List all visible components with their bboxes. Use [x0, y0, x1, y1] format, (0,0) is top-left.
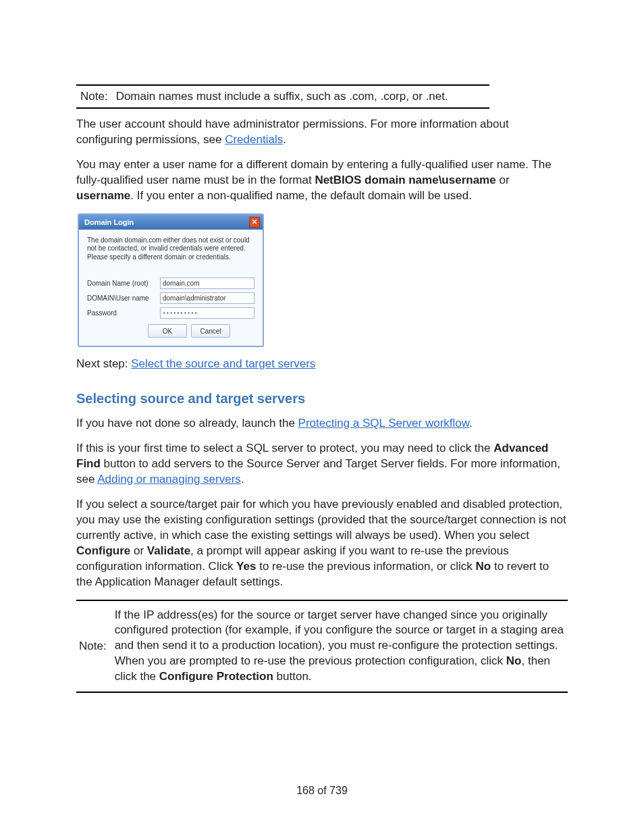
paragraph-advanced-find: If this is your first time to select a S… [76, 441, 568, 488]
note-body: If the IP address(es) for the source or … [115, 608, 568, 685]
page-number: 168 of 739 [0, 785, 644, 797]
close-icon[interactable]: ✕ [249, 217, 260, 228]
row-user: DOMAIN\User name domain\administrator [87, 292, 254, 304]
note-box-ip-change: Note: If the IP address(es) for the sour… [76, 600, 568, 694]
note-label: Note: [76, 640, 107, 653]
row-domain: Domain Name (root) domain.com [87, 278, 254, 289]
link-workflow[interactable]: Protecting a SQL Server workflow [298, 417, 470, 429]
heading-selecting-servers: Selecting source and target servers [76, 391, 568, 407]
paragraph-launch-workflow: If you have not done so already, launch … [76, 416, 568, 432]
dialog-titlebar: Domain Login ✕ [79, 215, 263, 230]
label-password: Password [87, 309, 156, 317]
dialog-title-text: Domain Login [84, 218, 134, 226]
link-managing-servers[interactable]: Adding or managing servers [97, 473, 241, 486]
dialog-body: The domain domain.com either does not ex… [79, 230, 263, 346]
row-password: Password •••••••••• [87, 307, 254, 319]
next-step: Next step: Select the source and target … [76, 357, 568, 372]
cancel-button[interactable]: Cancel [191, 324, 230, 338]
dialog-message: The domain domain.com either does not ex… [87, 236, 254, 262]
bold-username: username [76, 189, 130, 202]
link-next-step[interactable]: Select the source and target servers [131, 357, 315, 370]
label-user: DOMAIN\User name [87, 294, 156, 302]
note-box-domain-suffix: Note: Domain names must include a suffix… [76, 84, 489, 109]
paragraph-reuse-config: If you select a source/target pair for w… [76, 497, 568, 590]
dialog-buttons: OK Cancel [87, 324, 254, 338]
ok-button[interactable]: OK [148, 324, 187, 338]
paragraph-username-format: You may enter a user name for a differen… [76, 157, 568, 204]
document-page: Note: Domain names must include a suffix… [0, 0, 644, 834]
domain-login-dialog: Domain Login ✕ The domain domain.com eit… [78, 213, 264, 348]
input-domain[interactable]: domain.com [160, 278, 254, 289]
bold-netbios: NetBIOS domain name\username [315, 174, 495, 186]
note-text: Domain names must include a suffix, such… [116, 90, 448, 103]
link-credentials[interactable]: Credentials [225, 133, 283, 146]
input-user[interactable]: domain\administrator [160, 292, 254, 304]
input-password[interactable]: •••••••••• [160, 307, 254, 319]
label-domain: Domain Name (root) [87, 280, 156, 287]
paragraph-permissions: The user account should have administrat… [76, 117, 568, 148]
note-label: Note: [80, 90, 108, 103]
